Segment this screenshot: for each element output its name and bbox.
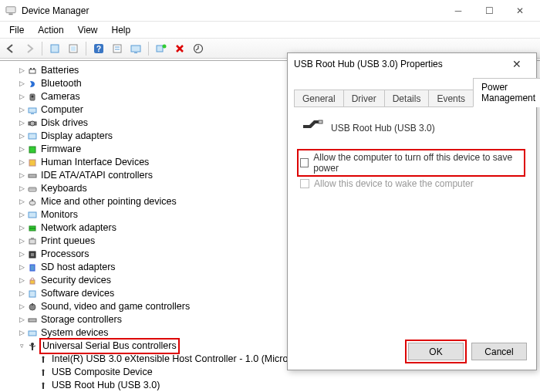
category-icon bbox=[26, 184, 39, 194]
expand-icon[interactable]: ▷ bbox=[17, 90, 26, 103]
tab-power-management[interactable]: Power Management bbox=[473, 78, 540, 107]
tree-label: SD host adapters bbox=[41, 261, 116, 274]
svg-rect-44 bbox=[29, 319, 36, 322]
dialog-titlebar: USB Root Hub (USB 3.0) Properties ✕ bbox=[288, 53, 536, 75]
ok-button[interactable]: OK bbox=[408, 343, 464, 360]
tree-label: Monitors bbox=[41, 208, 78, 221]
expand-icon[interactable]: ▿ bbox=[17, 340, 26, 353]
tab-general[interactable]: General bbox=[294, 90, 344, 107]
device-icon bbox=[302, 119, 323, 137]
tree-label-usb: Universal Serial Bus controllers bbox=[39, 338, 180, 354]
category-icon bbox=[26, 275, 39, 286]
toolbar-icon-1[interactable] bbox=[47, 41, 62, 56]
expand-icon[interactable]: ▷ bbox=[17, 103, 26, 117]
option-allow-turnoff[interactable]: Allow the computer to turn off this devi… bbox=[297, 149, 525, 177]
scan-hardware-icon[interactable] bbox=[154, 41, 169, 56]
svg-rect-54 bbox=[319, 120, 322, 123]
category-icon bbox=[26, 131, 39, 142]
category-icon bbox=[26, 197, 39, 208]
expand-icon[interactable]: ▷ bbox=[17, 156, 26, 169]
maximize-button[interactable]: ☐ bbox=[474, 0, 505, 22]
menu-action[interactable]: Action bbox=[32, 23, 69, 37]
expand-icon[interactable]: ▷ bbox=[17, 261, 26, 274]
category-icon bbox=[26, 210, 39, 221]
expand-icon[interactable]: ▷ bbox=[17, 143, 26, 156]
svg-rect-25 bbox=[29, 147, 35, 153]
expand-icon[interactable]: ▷ bbox=[17, 64, 26, 77]
svg-rect-40 bbox=[30, 280, 35, 284]
svg-rect-38 bbox=[31, 253, 34, 256]
expand-icon[interactable]: ▷ bbox=[17, 248, 26, 261]
back-button[interactable] bbox=[3, 41, 19, 56]
tab-details[interactable]: Details bbox=[384, 90, 430, 107]
svg-rect-24 bbox=[29, 133, 36, 139]
menu-view[interactable]: View bbox=[72, 23, 104, 37]
svg-point-13 bbox=[163, 44, 167, 48]
svg-rect-10 bbox=[131, 46, 140, 52]
tree-label: Disk drives bbox=[41, 117, 88, 130]
expand-icon[interactable]: ▷ bbox=[17, 274, 26, 287]
dialog-tabs: General Driver Details Events Power Mana… bbox=[288, 78, 536, 107]
tree-node-usb-child[interactable]: USB Root Hub (USB 3.0) bbox=[5, 379, 535, 392]
checkbox-allow-wake bbox=[300, 179, 309, 188]
svg-rect-16 bbox=[30, 68, 32, 69]
expand-icon[interactable]: ▷ bbox=[17, 235, 26, 248]
cancel-button[interactable]: Cancel bbox=[471, 343, 527, 360]
category-icon bbox=[26, 236, 39, 247]
checkbox-allow-turnoff[interactable] bbox=[300, 158, 309, 167]
category-icon bbox=[26, 105, 39, 116]
option-label: Allow this device to wake the computer bbox=[314, 178, 474, 189]
category-icon bbox=[26, 79, 39, 90]
tree-label: Processors bbox=[41, 248, 89, 261]
dialog-body: USB Root Hub (USB 3.0) Allow the compute… bbox=[288, 108, 536, 336]
expand-icon[interactable]: ▷ bbox=[17, 130, 26, 143]
toolbar-icon-4[interactable] bbox=[110, 41, 125, 56]
toolbar-icon-2[interactable] bbox=[66, 41, 81, 56]
tree-label: USB Composite Device bbox=[52, 366, 153, 379]
expand-icon[interactable]: ▷ bbox=[17, 169, 26, 182]
expand-icon[interactable]: ▷ bbox=[17, 300, 26, 313]
help-icon[interactable]: ? bbox=[91, 41, 106, 56]
svg-rect-31 bbox=[32, 199, 33, 201]
svg-rect-49 bbox=[42, 358, 44, 363]
svg-rect-39 bbox=[30, 265, 35, 271]
expand-icon[interactable]: ▷ bbox=[17, 182, 26, 195]
menubar: File Action View Help bbox=[0, 22, 540, 39]
expand-icon[interactable]: ▷ bbox=[17, 287, 26, 300]
expand-icon[interactable]: ▷ bbox=[17, 195, 26, 208]
menu-file[interactable]: File bbox=[3, 23, 30, 37]
expand-icon[interactable]: ▷ bbox=[17, 208, 26, 221]
titlebar: Device Manager ─ ☐ ✕ bbox=[0, 0, 540, 22]
category-icon bbox=[26, 249, 39, 260]
svg-rect-15 bbox=[29, 69, 35, 73]
tree-label: Computer bbox=[41, 103, 83, 117]
svg-point-19 bbox=[32, 95, 34, 97]
category-icon bbox=[26, 92, 39, 103]
expand-icon[interactable]: ▷ bbox=[17, 77, 26, 90]
tab-driver[interactable]: Driver bbox=[343, 90, 385, 107]
device-header: USB Root Hub (USB 3.0) bbox=[302, 119, 525, 137]
menu-help[interactable]: Help bbox=[106, 23, 137, 37]
category-icon bbox=[26, 289, 39, 299]
device-name: USB Root Hub (USB 3.0) bbox=[331, 123, 435, 133]
minimize-button[interactable]: ─ bbox=[443, 0, 474, 22]
tree-label: Firmware bbox=[41, 143, 81, 156]
properties-dialog: USB Root Hub (USB 3.0) Properties ✕ Gene… bbox=[287, 52, 537, 370]
uninstall-icon[interactable] bbox=[172, 41, 187, 56]
expand-icon[interactable]: ▷ bbox=[17, 117, 26, 130]
dialog-close-button[interactable]: ✕ bbox=[504, 58, 530, 70]
svg-text:?: ? bbox=[96, 45, 101, 53]
svg-rect-12 bbox=[157, 46, 163, 52]
update-driver-icon[interactable] bbox=[191, 41, 206, 56]
svg-rect-43 bbox=[32, 303, 33, 306]
category-icon bbox=[26, 157, 39, 168]
expand-icon[interactable]: ▷ bbox=[17, 221, 26, 235]
svg-rect-45 bbox=[29, 331, 36, 336]
close-button[interactable]: ✕ bbox=[505, 0, 535, 22]
expand-icon[interactable]: ▷ bbox=[17, 326, 26, 340]
toolbar-icon-5[interactable] bbox=[128, 41, 143, 56]
expand-icon[interactable]: ▷ bbox=[17, 313, 26, 326]
window-title: Device Manager bbox=[22, 5, 443, 16]
tab-events[interactable]: Events bbox=[428, 90, 474, 107]
forward-button[interactable] bbox=[22, 41, 37, 56]
